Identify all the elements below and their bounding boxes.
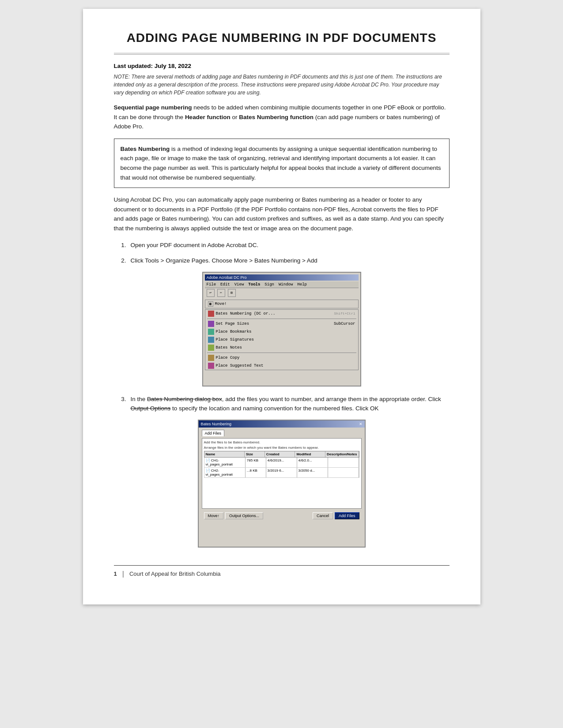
step-3-num: 3. — [114, 394, 126, 404]
menu-item-bates[interactable]: Bates Numbering (DC or... Shift+Ctrl — [205, 310, 358, 318]
last-updated: Last updated: July 18, 2022 — [114, 63, 450, 69]
menu-label-suggested: Place Suggested Text — [216, 364, 355, 368]
menu-sub-page-sizes: SubCursor — [334, 322, 355, 326]
col-desc: Description/Notes — [325, 451, 359, 457]
dialog-titlebar: Bates Numbering ✕ — [199, 420, 365, 428]
intro-text-bold: Sequential page numbering — [114, 104, 192, 111]
menu-sign: Sign — [264, 282, 274, 287]
menu-icon-bookmarks — [208, 329, 214, 335]
menu-window: Window — [279, 282, 293, 287]
menu-divider-1 — [207, 319, 356, 319]
menu-edit: Edit — [220, 282, 230, 287]
moveit-icon: ▦ — [208, 301, 213, 307]
table-row-1: 📄 CH1-vi_pages_portrait 785 KB 4/6/2019.… — [204, 458, 359, 468]
steps-list: 1. Open your PDF document in Adobe Acrob… — [114, 240, 450, 266]
last-updated-label: Last updated: — [114, 63, 153, 69]
menu-item-copy[interactable]: Place Copy — [205, 354, 358, 362]
col-size: Size — [245, 451, 265, 457]
footer-left-buttons: Move↑ Output Options... — [204, 512, 264, 519]
footer-page-number: 1 — [114, 570, 117, 577]
dialog-body: Add Files Add the files to be Bates-numb… — [199, 428, 365, 523]
page-title: ADDING PAGE NUMBERING IN PDF DOCUMENTS — [114, 31, 450, 45]
row1-desc — [328, 458, 359, 467]
icon-btn-3: ⊞ — [228, 289, 236, 297]
steps-list-continued: 3. In the Bates Numbering dialog box, ad… — [114, 394, 450, 413]
menu-label-signatures: Place Signatures — [216, 338, 355, 342]
footer-right-buttons: Cancel Add Files — [313, 512, 359, 519]
menu-label-notes: Bates Notes — [216, 345, 355, 350]
screenshot2: Bates Numbering ✕ Add Files Add the file… — [198, 420, 366, 548]
icon-btn-2: ✂ — [217, 289, 225, 297]
fake-dialog: Bates Numbering ✕ Add Files Add the file… — [199, 420, 365, 547]
menu-header-label: Move! — [215, 302, 227, 306]
footer-court: Court of Appeal for British Columbia — [129, 570, 221, 577]
document-page: ADDING PAGE NUMBERING IN PDF DOCUMENTS L… — [83, 9, 480, 604]
menu-icon-signatures — [208, 337, 214, 343]
dialog-footer: Move↑ Output Options... Cancel Add Files — [202, 510, 362, 521]
step-2-num: 2. — [114, 256, 126, 266]
menu-item-signatures[interactable]: Place Signatures — [205, 336, 358, 344]
step-1: 1. Open your PDF document in Adobe Acrob… — [114, 240, 450, 250]
menu-help: Help — [297, 282, 307, 287]
click-tools-text: Click Tools > Organize Pages. Choose Mor… — [131, 257, 317, 264]
toolbar-icons: ↩ ✂ ⊞ — [205, 288, 359, 298]
icon-btn-1: ↩ — [207, 289, 215, 297]
dialog-close-icon: ✕ — [359, 422, 363, 426]
menu-icon-bates — [208, 311, 214, 317]
fake-menu: Adobe Acrobat DC Pro File Edit View Tool… — [203, 273, 360, 386]
bates-term: Bates Numbering — [121, 146, 170, 152]
menu-label-bookmarks: Place Bookmarks — [216, 330, 355, 334]
last-updated-date: July 18, 2022 — [155, 63, 191, 69]
menu-item-suggested[interactable]: Place Suggested Text — [205, 362, 358, 370]
output-options-button[interactable]: Output Options... — [225, 512, 263, 519]
step-2-text: Click Tools > Organize Pages. Choose Mor… — [131, 256, 450, 266]
row1-created: 4/6/2019... — [266, 458, 297, 467]
move-up-button[interactable]: Move↑ — [204, 512, 224, 519]
add-files-button[interactable]: Add Files — [335, 512, 359, 519]
row1-modified: 4/6/2.0... — [297, 458, 328, 467]
cancel-button[interactable]: Cancel — [313, 512, 333, 519]
step-3-text: In the Bates Numbering dialog box, add t… — [131, 394, 450, 413]
col-created: Created — [265, 451, 295, 457]
col-modified: Modified — [295, 451, 325, 457]
fake-titlebar: Adobe Acrobat DC Pro — [205, 274, 359, 281]
tab-add-files[interactable]: Add Files — [202, 430, 225, 436]
row2-created: 3/2019 6... — [266, 468, 297, 477]
row2-modified: 3/2050 d... — [297, 468, 328, 477]
step-1-text: Open your PDF document in Adobe Acrobat … — [131, 240, 450, 250]
dialog-tabs: Add Files — [202, 430, 362, 436]
row1-size: 785 KB — [246, 458, 266, 467]
row1-name: 📄 CH1-vi_pages_portrait — [204, 458, 246, 467]
menu-header-moveit: ▦ Move! — [205, 300, 359, 308]
bates-dialog-strikethrough: Bates Numbering dialog box — [147, 396, 222, 402]
menu-view: View — [234, 282, 244, 287]
menu-file: File — [207, 282, 216, 287]
menu-divider-2 — [207, 353, 356, 353]
bates-definition-box: Bates Numbering is a method of indexing … — [114, 139, 450, 188]
step-1-num: 1. — [114, 240, 126, 250]
step-3: 3. In the Bates Numbering dialog box, ad… — [114, 394, 450, 413]
dialog-title: Bates Numbering — [201, 422, 232, 426]
output-options-strikethrough: Output Options — [131, 405, 171, 412]
table-header: Name Size Created Modified Description/N… — [204, 451, 359, 458]
screenshot1: Adobe Acrobat DC Pro File Edit View Tool… — [202, 272, 361, 387]
menu-tools: Tools — [248, 282, 260, 287]
menu-item-notes[interactable]: Bates Notes — [205, 344, 358, 352]
screenshot1-container: Adobe Acrobat DC Pro File Edit View Tool… — [114, 272, 450, 387]
menu-input-bates: Shift+Ctrl — [333, 311, 355, 315]
body-paragraph: Using Acrobat DC Pro, you can automatica… — [114, 195, 450, 233]
col-name: Name — [204, 451, 245, 457]
page-footer: 1 | Court of Appeal for British Columbia — [114, 565, 450, 578]
menu-icon-page-sizes — [208, 321, 214, 327]
title-divider — [114, 53, 450, 55]
dialog-desc1: Add the files to be Bates-numbered. — [204, 440, 359, 444]
menu-label-page-sizes: Set Page Sizes — [216, 322, 332, 326]
row2-size: ...8 KB — [246, 468, 266, 477]
row2-name: 📄 CH2-vi_pages_portrait — [204, 468, 246, 477]
menu-item-page-sizes[interactable]: Set Page Sizes SubCursor — [205, 320, 358, 328]
menu-icon-copy — [208, 355, 214, 361]
intro-paragraph: Sequential page numbering needs to be ad… — [114, 103, 450, 131]
menu-icon-suggested — [208, 363, 214, 369]
menu-item-bookmarks[interactable]: Place Bookmarks — [205, 328, 358, 336]
footer-separator: | — [122, 570, 124, 578]
